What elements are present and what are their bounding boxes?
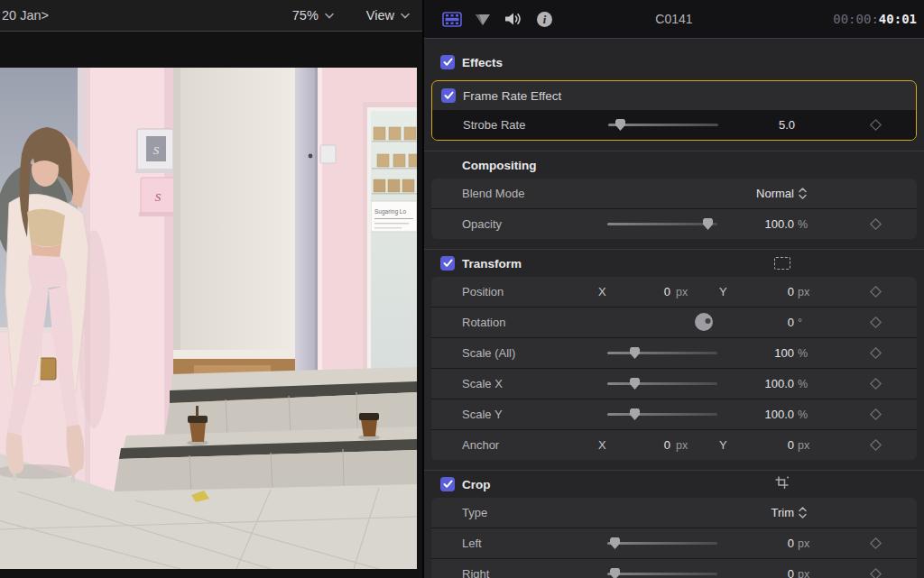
keyframe-diamond-icon[interactable] — [869, 567, 882, 578]
zoom-level-menu[interactable]: 75% — [292, 8, 334, 23]
strobe-rate-value[interactable]: 5.0 — [748, 118, 795, 132]
svg-text:i: i — [543, 14, 547, 26]
transform-section-header: Transform — [424, 250, 924, 277]
crop-type-value[interactable]: Trim — [747, 506, 794, 519]
scale-x-slider[interactable] — [607, 378, 717, 390]
popup-chevrons-icon[interactable] — [798, 506, 808, 519]
card-dispenser-pink: S — [139, 178, 177, 216]
crop-right-row: Right 0 px — [431, 558, 917, 578]
rotation-dial[interactable] — [694, 312, 714, 332]
scale-all-label: Scale (All) — [462, 346, 567, 360]
crop-right-value[interactable]: 0 — [747, 567, 794, 578]
crop-section-title: Crop — [462, 478, 491, 491]
frame-rate-effect-selected[interactable]: Frame Rate Effect Strobe Rate 5.0 — [431, 80, 917, 141]
anchor-label: Anchor — [462, 438, 567, 452]
crop-osc-icon[interactable] — [774, 475, 790, 493]
crop-left-value[interactable]: 0 — [747, 537, 794, 550]
effects-section-header: Effects — [424, 50, 924, 75]
blend-mode-value[interactable]: Normal — [747, 187, 794, 200]
slider-thumb[interactable] — [703, 218, 713, 230]
keyframe-diamond-icon[interactable] — [869, 346, 882, 360]
opacity-slider[interactable] — [607, 218, 717, 230]
viewer-stage: S S — [0, 32, 422, 578]
popup-chevrons-icon[interactable] — [798, 187, 808, 200]
effects-section-title: Effects — [462, 56, 503, 69]
position-y-value[interactable]: 0 — [747, 285, 794, 298]
color-inspector-tab-icon[interactable] — [474, 11, 492, 27]
inspector-body: Effects Frame Rate Effect Strobe Rate 5.… — [424, 39, 924, 578]
compositing-section-header: Compositing — [424, 151, 924, 179]
transform-checkbox[interactable] — [440, 256, 455, 271]
zoom-level-value: 75% — [292, 8, 319, 23]
scale-y-row: Scale Y 100.0 % — [431, 399, 917, 429]
crop-right-unit: px — [798, 568, 834, 578]
view-menu-label: View — [366, 8, 394, 23]
crop-left-slider[interactable] — [607, 537, 717, 549]
transform-section-title: Transform — [462, 257, 522, 271]
timecode-display[interactable]: 00:00:40:01 — [833, 12, 917, 26]
opacity-label: Opacity — [462, 217, 567, 231]
compositing-section-title: Compositing — [462, 159, 537, 172]
scale-y-unit: % — [798, 408, 834, 421]
timecode-bright: 40:01 — [879, 12, 917, 26]
scale-x-value[interactable]: 100.0 — [747, 377, 794, 390]
slider-thumb[interactable] — [615, 119, 625, 131]
crop-left-unit: px — [798, 537, 834, 550]
slider-thumb[interactable] — [630, 347, 640, 359]
opacity-value[interactable]: 100.0 — [747, 217, 794, 231]
crop-right-slider[interactable] — [607, 568, 717, 578]
strobe-rate-label: Strobe Rate — [463, 118, 568, 132]
chevron-down-icon — [401, 13, 410, 19]
keyframe-diamond-icon[interactable] — [869, 316, 882, 329]
rotation-label: Rotation — [462, 316, 567, 329]
y-field-label: Y — [719, 438, 727, 452]
slider-thumb[interactable] — [610, 537, 620, 549]
fcp-window: 20 Jan> 75% View — [0, 0, 924, 578]
frame-rate-effect-checkbox[interactable] — [441, 88, 456, 103]
position-label: Position — [462, 285, 567, 298]
info-inspector-tab-icon[interactable]: i — [536, 11, 553, 28]
transform-osc-icon[interactable] — [774, 257, 790, 270]
keyframe-diamond-icon[interactable] — [869, 438, 882, 452]
scale-all-row: Scale (All) 100 % — [431, 337, 917, 368]
scale-y-label: Scale Y — [462, 408, 567, 421]
effects-checkbox[interactable] — [440, 55, 455, 69]
scale-all-slider[interactable] — [607, 347, 717, 359]
crop-left-label: Left — [462, 537, 567, 550]
project-breadcrumb[interactable]: 20 Jan> — [2, 8, 49, 23]
viewer-toolbar: 20 Jan> 75% View — [0, 0, 422, 32]
view-menu[interactable]: View — [366, 8, 410, 23]
x-field-label: X — [598, 285, 606, 298]
svg-text:S: S — [155, 190, 162, 204]
video-inspector-tab-icon[interactable] — [442, 12, 462, 27]
frame-rate-effect-name: Frame Rate Effect — [463, 89, 561, 103]
strobe-rate-slider[interactable] — [608, 119, 718, 131]
slider-thumb[interactable] — [630, 378, 640, 390]
anchor-y-value[interactable]: 0 — [747, 438, 794, 452]
keyframe-diamond-icon[interactable] — [869, 285, 882, 298]
crop-section-header: Crop — [424, 471, 924, 498]
opacity-unit: % — [798, 218, 834, 231]
anchor-x-unit: px — [676, 439, 688, 452]
position-x-value[interactable]: 0 — [621, 285, 670, 298]
audio-inspector-tab-icon[interactable] — [504, 12, 524, 26]
keyframe-diamond-icon[interactable] — [869, 537, 882, 550]
rotation-value[interactable]: 0 — [747, 316, 794, 329]
frame-rate-effect-row[interactable]: Frame Rate Effect — [432, 81, 916, 110]
slider-thumb[interactable] — [630, 408, 640, 420]
scale-y-value[interactable]: 100.0 — [747, 408, 794, 421]
scale-all-value[interactable]: 100 — [747, 346, 794, 360]
crop-checkbox[interactable] — [440, 477, 455, 491]
chevron-down-icon — [325, 13, 334, 19]
slider-thumb[interactable] — [610, 568, 620, 578]
keyframe-diamond-icon[interactable] — [869, 118, 882, 132]
keyframe-diamond-icon[interactable] — [869, 408, 882, 421]
position-y-unit: px — [798, 286, 834, 298]
keyframe-diamond-icon[interactable] — [869, 377, 882, 390]
opacity-row: Opacity 100.0 % — [431, 208, 917, 239]
keyframe-diamond-icon[interactable] — [869, 217, 882, 231]
anchor-x-value[interactable]: 0 — [621, 438, 670, 452]
y-field-label: Y — [719, 285, 727, 298]
svg-text:S: S — [153, 143, 160, 157]
scale-y-slider[interactable] — [607, 408, 717, 420]
